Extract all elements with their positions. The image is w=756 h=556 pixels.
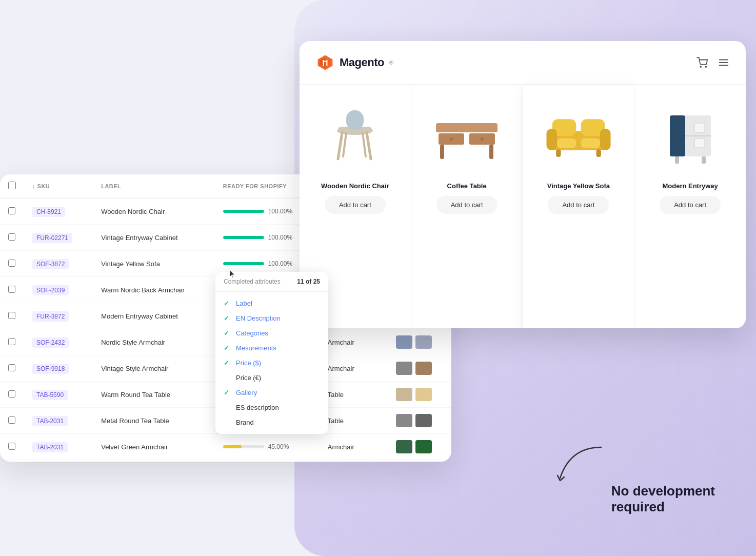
- progress-fill: [223, 210, 264, 213]
- no-dev-line1: No development: [611, 483, 715, 499]
- progress-bar-container: 100.00%: [223, 208, 311, 215]
- row-checkbox[interactable]: [8, 338, 15, 345]
- category-cell: Table: [320, 382, 388, 408]
- magento-logo: Magento®: [316, 53, 393, 72]
- row-checkbox[interactable]: [8, 207, 15, 214]
- progress-text: 100.00%: [268, 260, 292, 267]
- sku-cell: SOF-3872: [24, 251, 93, 277]
- attribute-label: EN Description: [236, 314, 281, 322]
- row-checkbox-cell[interactable]: [0, 355, 24, 382]
- sku-cell: FUR-3872: [24, 303, 93, 329]
- sku-badge: SOF-2039: [32, 285, 69, 295]
- label-cell: Velvet Green Armchair: [93, 434, 215, 460]
- cabinet-add-to-cart-button[interactable]: Add to cart: [660, 196, 721, 214]
- check-icon: ✓: [224, 389, 231, 396]
- attribute-label: ES description: [236, 404, 279, 411]
- label-column-header: LABEL: [93, 174, 215, 198]
- row-checkbox-cell[interactable]: [0, 277, 24, 303]
- gallery-thumb-1: [396, 414, 412, 427]
- gallery-thumbs: [396, 362, 443, 375]
- category-cell: Armchair: [320, 329, 388, 355]
- menu-icon[interactable]: [718, 57, 729, 68]
- attribute-label: Price (€): [236, 374, 261, 382]
- chair-add-to-cart-button[interactable]: Add to cart: [325, 196, 386, 214]
- magento-nav-icons: [697, 57, 729, 68]
- category-cell: Armchair: [320, 434, 388, 460]
- sku-badge: CH-8921: [32, 207, 65, 217]
- svg-line-8: [338, 133, 342, 159]
- row-checkbox-cell[interactable]: [0, 251, 24, 277]
- popup-completed-label: Completed attributes: [224, 278, 281, 285]
- row-checkbox-cell[interactable]: [0, 408, 24, 434]
- no-dev-required-text: No development required: [611, 483, 715, 515]
- popup-item[interactable]: ✓Mesurements: [215, 341, 328, 355]
- row-checkbox[interactable]: [8, 260, 15, 267]
- progress-bar-container: 100.00%: [223, 234, 311, 241]
- svg-rect-7: [346, 110, 364, 130]
- row-checkbox-cell[interactable]: [0, 382, 24, 408]
- attribute-label: Categories: [236, 329, 268, 337]
- table-add-to-cart-button[interactable]: Add to cart: [436, 196, 498, 214]
- progress-fill: [223, 236, 264, 239]
- svg-point-0: [700, 66, 701, 67]
- svg-rect-12: [436, 123, 498, 132]
- row-checkbox[interactable]: [8, 390, 15, 398]
- gallery-thumbs: [396, 440, 443, 453]
- sku-badge: FUR-3872: [32, 311, 69, 322]
- popup-item[interactable]: Price (€): [215, 370, 328, 385]
- progress-bar-container: 100.00%: [223, 260, 311, 267]
- sku-cell: SOF-9918: [24, 355, 93, 382]
- svg-rect-33: [675, 156, 679, 164]
- chair-product-name: Wooden Nordic Chair: [321, 182, 389, 190]
- row-checkbox-cell[interactable]: [0, 198, 24, 225]
- row-checkbox[interactable]: [8, 443, 15, 450]
- row-checkbox-cell[interactable]: [0, 225, 24, 251]
- gallery-thumb-2: [415, 388, 432, 401]
- check-icon: ✓: [224, 329, 231, 337]
- row-checkbox-cell[interactable]: [0, 329, 24, 355]
- label-cell: Metal Round Tea Table: [93, 408, 215, 434]
- sort-icon: ↓: [32, 183, 37, 189]
- popup-item[interactable]: ✓Price ($): [215, 355, 328, 370]
- popup-item[interactable]: ES description: [215, 400, 328, 415]
- magento-trademark: ®: [389, 59, 393, 66]
- row-checkbox-cell[interactable]: [0, 434, 24, 460]
- row-checkbox[interactable]: [8, 364, 15, 371]
- gallery-thumb-1: [396, 388, 412, 401]
- sku-badge: TAB-5590: [32, 390, 68, 400]
- gallery-cell: [388, 408, 451, 434]
- row-checkbox[interactable]: [8, 286, 15, 293]
- attribute-label: Brand: [236, 419, 254, 426]
- table-product-name: Coffee Table: [447, 182, 487, 190]
- gallery-cell: [388, 329, 451, 355]
- row-checkbox[interactable]: [8, 233, 15, 241]
- popup-item[interactable]: Brand: [215, 415, 328, 430]
- row-checkbox[interactable]: [8, 416, 15, 424]
- sofa-add-to-cart-button[interactable]: Add to cart: [548, 196, 609, 214]
- category-cell: Table: [320, 408, 388, 434]
- sofa-image: [543, 100, 614, 172]
- progress-bar: [223, 236, 264, 239]
- gallery-thumbs: [396, 335, 443, 349]
- select-all-header[interactable]: [0, 174, 24, 198]
- gallery-thumb-1: [396, 335, 412, 349]
- cabinet-product-name: Modern Entryway: [662, 182, 718, 190]
- cart-icon[interactable]: [697, 57, 708, 68]
- gallery-thumb-2: [415, 440, 432, 453]
- product-card-cabinet: Modern Entryway Add to cart: [634, 85, 746, 328]
- select-all-checkbox[interactable]: [8, 182, 16, 189]
- popup-item[interactable]: ✓Gallery: [215, 385, 328, 400]
- svg-rect-31: [694, 123, 705, 132]
- label-cell: Warm Nordic Back Armchair: [93, 277, 215, 303]
- label-cell: Vintage Yellow Sofa: [93, 251, 215, 277]
- cabinet-image: [654, 100, 726, 172]
- popup-item[interactable]: ✓Label: [215, 296, 328, 311]
- popup-item[interactable]: ✓EN Description: [215, 311, 328, 326]
- svg-rect-25: [581, 138, 600, 148]
- sku-badge: TAB-2031: [32, 442, 68, 452]
- row-checkbox-cell[interactable]: [0, 303, 24, 329]
- row-checkbox[interactable]: [8, 312, 15, 319]
- progress-text: 100.00%: [268, 208, 292, 215]
- gallery-thumbs: [396, 388, 443, 401]
- popup-item[interactable]: ✓Categories: [215, 326, 328, 341]
